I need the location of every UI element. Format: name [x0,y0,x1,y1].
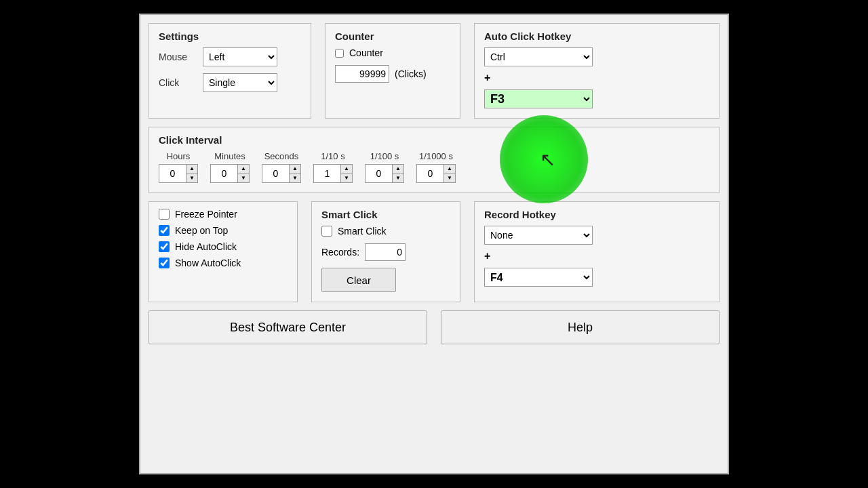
hide-autoclicker-label: Hide AutoClick [175,241,237,252]
seconds-label: Seconds [264,151,299,161]
smart-click-inner: Smart Click Records: Clear [321,226,450,292]
hotkey-title: Auto Click Hotkey [484,30,709,42]
hours-label: Hours [167,151,191,161]
keep-on-top-checkbox[interactable] [159,225,170,236]
top-row: Settings Mouse Left Right Middle Click S… [149,23,719,119]
record-hotkey-block: Record Hotkey None Ctrl Alt Shift + F4 F… [474,201,719,302]
hours-input[interactable] [159,164,186,183]
record-hotkey-rows: None Ctrl Alt Shift + F4 F1 F2 F3 F5 F6 … [484,226,709,287]
minutes-spinner-btns: ▲ ▼ [237,164,250,183]
hundredth-label: 1/100 s [370,151,399,161]
app-window: ↖ Settings Mouse Left Right Middle Click… [139,14,729,474]
minutes-label: Minutes [214,151,245,161]
minutes-input[interactable] [210,164,237,183]
smart-click-title: Smart Click [321,209,450,220]
settings-title: Settings [159,30,301,42]
record-hotkey-title: Record Hotkey [484,209,709,220]
smart-click-checkbox[interactable] [321,226,332,237]
click-select[interactable]: Single Double [203,73,277,92]
hundredth-input[interactable] [365,164,392,183]
freeze-pointer-row: Freeze Pointer [159,209,288,220]
counter-block: Counter Counter 99999 (Clicks) [325,23,460,119]
hotkey-rows: Ctrl Alt Shift None + F3 F1 F2 F4 F5 F6 … [484,47,709,108]
minutes-up-btn[interactable]: ▲ [238,165,249,174]
hundredth-up-btn[interactable]: ▲ [393,165,403,174]
hundredth-spinner-btns: ▲ ▼ [392,164,404,183]
thousandth-spinner-btns: ▲ ▼ [443,164,456,183]
seconds-input[interactable] [262,164,289,183]
counter-inner: Counter 99999 (Clicks) [335,47,450,83]
minutes-down-btn[interactable]: ▼ [238,174,249,183]
smart-click-checkbox-label: Smart Click [338,226,387,237]
checkboxes-block: Freeze Pointer Keep on Top Hide AutoClic… [149,201,298,302]
hours-col: Hours ▲ ▼ [159,151,198,183]
show-autoclicker-checkbox[interactable] [159,258,170,268]
bottom-row: Freeze Pointer Keep on Top Hide AutoClic… [149,201,719,302]
help-button[interactable]: Help [441,310,719,344]
interval-title: Click Interval [159,134,709,146]
mouse-label: Mouse [159,52,196,62]
hours-down-btn[interactable]: ▼ [186,174,197,183]
hundredth-col: 1/100 s ▲ ▼ [365,151,404,183]
hotkey-plus: + [484,72,709,84]
counter-check-row: Counter [335,47,450,58]
tenth-spinner: ▲ ▼ [313,164,353,183]
seconds-spinner-btns: ▲ ▼ [289,164,301,183]
record-hotkey-plus: + [484,250,709,262]
hide-autoclicker-row: Hide AutoClick [159,241,288,252]
tenth-col: 1/10 s ▲ ▼ [313,151,353,183]
freeze-pointer-label: Freeze Pointer [175,209,237,220]
counter-unit: (Clicks) [395,68,427,79]
hundredth-spinner: ▲ ▼ [365,164,404,183]
click-row: Click Single Double [159,73,301,92]
hours-spinner: ▲ ▼ [159,164,198,183]
keep-on-top-row: Keep on Top [159,225,288,236]
clear-button[interactable]: Clear [321,268,396,292]
hide-autoclicker-checkbox[interactable] [159,241,170,252]
seconds-up-btn[interactable]: ▲ [290,165,300,174]
interval-block: Click Interval Hours ▲ ▼ Minutes [149,127,719,193]
show-autoclicker-row: Show AutoClick [159,258,288,268]
tenth-down-btn[interactable]: ▼ [341,174,352,183]
record-hotkey-modifier-select[interactable]: None Ctrl Alt Shift [484,226,593,245]
freeze-pointer-checkbox[interactable] [159,209,170,220]
thousandth-up-btn[interactable]: ▲ [444,165,455,174]
smart-click-block: Smart Click Smart Click Records: Clear [311,201,460,302]
best-software-button[interactable]: Best Software Center [149,310,427,344]
record-hotkey-key-select[interactable]: F4 F1 F2 F3 F5 F6 F7 F8 F9 F10 F11 F12 [484,268,593,287]
smart-click-check-row: Smart Click [321,226,450,237]
counter-input[interactable]: 99999 [335,65,389,83]
minutes-spinner: ▲ ▼ [210,164,250,183]
seconds-col: Seconds ▲ ▼ [262,151,301,183]
tenth-input[interactable] [313,164,340,183]
hours-up-btn[interactable]: ▲ [186,165,197,174]
counter-value-row: 99999 (Clicks) [335,65,450,83]
thousandth-label: 1/1000 s [419,151,453,161]
tenth-up-btn[interactable]: ▲ [341,165,352,174]
hotkey-block: Auto Click Hotkey Ctrl Alt Shift None + … [474,23,719,119]
mouse-select[interactable]: Left Right Middle [203,47,277,66]
seconds-spinner: ▲ ▼ [262,164,301,183]
thousandth-input[interactable] [416,164,443,183]
settings-block: Settings Mouse Left Right Middle Click S… [149,23,311,119]
hours-spinner-btns: ▲ ▼ [186,164,198,183]
hotkey-key-select[interactable]: F3 F1 F2 F4 F5 F6 F7 F8 F9 F10 F11 F12 [484,89,593,108]
records-input[interactable] [365,243,406,261]
keep-on-top-label: Keep on Top [175,225,228,236]
counter-checkbox-label: Counter [349,47,383,58]
hotkey-modifier-select[interactable]: Ctrl Alt Shift None [484,47,593,66]
interval-cols: Hours ▲ ▼ Minutes ▲ ▼ [159,151,709,183]
click-label: Click [159,77,196,88]
hundredth-down-btn[interactable]: ▼ [393,174,403,183]
counter-checkbox[interactable] [335,49,344,58]
tenth-label: 1/10 s [321,151,344,161]
show-autoclicker-label: Show AutoClick [175,258,241,268]
seconds-down-btn[interactable]: ▼ [290,174,300,183]
records-row: Records: [321,243,450,261]
thousandth-down-btn[interactable]: ▼ [444,174,455,183]
tenth-spinner-btns: ▲ ▼ [340,164,353,183]
footer-row: Best Software Center Help [149,310,719,344]
thousandth-col: 1/1000 s ▲ ▼ [416,151,456,183]
mouse-row: Mouse Left Right Middle [159,47,301,66]
thousandth-spinner: ▲ ▼ [416,164,456,183]
